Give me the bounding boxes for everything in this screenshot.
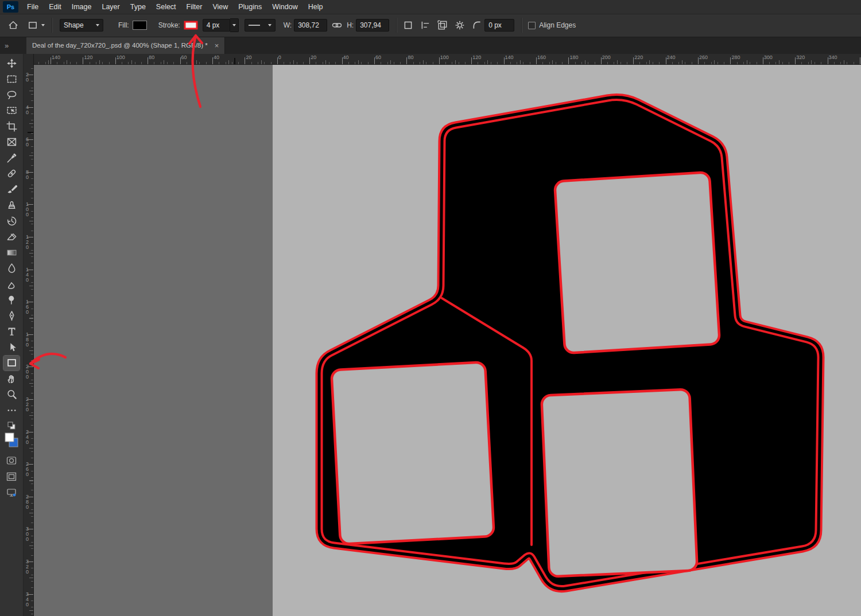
- menu-edit[interactable]: Edit: [44, 3, 67, 11]
- lasso-tool[interactable]: [3, 87, 20, 102]
- document-tab[interactable]: Deal of the day_720x720_.psd @ 400% (Sha…: [26, 37, 225, 54]
- dodge-tool[interactable]: [3, 293, 20, 307]
- corner-radius-field[interactable]: 0 px: [484, 19, 514, 32]
- tab-close-icon[interactable]: ×: [215, 41, 219, 50]
- horizontal-ruler[interactable]: 1401201008060402002040608010012014016018…: [23, 54, 861, 65]
- ruler-label: 320: [796, 54, 805, 60]
- home-icon[interactable]: [7, 18, 20, 32]
- eyedropper-tool[interactable]: [3, 150, 20, 165]
- fill-label: Fill:: [118, 21, 129, 29]
- ruler-label: 240: [667, 54, 676, 60]
- zoom-tool[interactable]: [3, 387, 20, 402]
- link-dimensions-icon[interactable]: [331, 18, 343, 32]
- brush-tool[interactable]: [3, 182, 20, 197]
- fill-swatch[interactable]: [133, 21, 147, 30]
- chevron-down-icon: [232, 24, 236, 26]
- object-selection-tool[interactable]: [3, 103, 20, 118]
- dodge-icon: [6, 294, 17, 305]
- stroke-width-field[interactable]: 4 px: [203, 19, 230, 32]
- ruler-label: 60: [375, 54, 381, 60]
- crop-tool[interactable]: [3, 119, 20, 134]
- shape-height-field[interactable]: 307,94: [356, 19, 389, 32]
- eraser-tool[interactable]: [3, 229, 20, 244]
- edit-toolbar-tool[interactable]: [3, 403, 20, 418]
- ruler-label: 340: [829, 54, 837, 60]
- ruler-label: 1 2 0: [23, 235, 32, 250]
- ruler-label: 1 4 0: [23, 267, 32, 283]
- lasso-icon: [6, 89, 17, 100]
- screen-mode-icon[interactable]: [0, 471, 23, 482]
- ruler-label: 3 2 0: [23, 559, 32, 575]
- path-arrangement-icon[interactable]: [436, 18, 449, 32]
- stroke-width-dropdown[interactable]: [230, 18, 239, 32]
- ruler-label: 200: [602, 54, 611, 60]
- history-brush-tool[interactable]: [3, 213, 20, 228]
- ruler-label: 280: [731, 54, 740, 60]
- rectangle-tool[interactable]: [3, 356, 20, 371]
- stroke-type-select[interactable]: [245, 19, 276, 32]
- tool-mode-select[interactable]: Shape: [60, 19, 103, 32]
- ruler-label: 160: [537, 54, 546, 60]
- eraser-icon: [6, 231, 17, 242]
- menu-layer[interactable]: Layer: [96, 3, 125, 11]
- spot-healing-brush-tool[interactable]: [3, 166, 20, 181]
- rectangular-marquee-tool[interactable]: [3, 72, 20, 87]
- menu-window[interactable]: Window: [267, 3, 302, 11]
- panel-collapse-chevrons[interactable]: »: [5, 41, 17, 50]
- menu-help[interactable]: Help: [303, 3, 328, 11]
- ruler-label: 20: [311, 54, 316, 60]
- default-colors-icon[interactable]: [0, 421, 23, 430]
- bottom-left-cube-face: [331, 362, 494, 544]
- ruler-label: 0: [278, 54, 281, 60]
- foreground-color-swatch[interactable]: [5, 433, 14, 442]
- tool-preset-dropdown[interactable]: [28, 20, 45, 30]
- photoshop-logo-icon[interactable]: Ps: [3, 1, 18, 13]
- rectangular-marquee-icon: [6, 73, 17, 84]
- menu-bar: Ps File Edit Image Layer Type Select Fil…: [0, 0, 861, 14]
- move-tool[interactable]: [3, 56, 20, 71]
- menu-view[interactable]: View: [207, 3, 233, 11]
- smudge-tool[interactable]: [3, 276, 20, 291]
- pen-tool[interactable]: [3, 308, 20, 323]
- zoom-icon: [6, 389, 17, 400]
- hand-icon: [6, 373, 17, 384]
- history-brush-icon: [6, 216, 17, 227]
- path-selection-tool[interactable]: [3, 340, 20, 354]
- menu-file[interactable]: File: [22, 3, 44, 11]
- quick-mask-icon[interactable]: [0, 455, 23, 466]
- ruler-label: 2 2 0: [23, 397, 32, 412]
- tool-bar: [0, 54, 24, 616]
- path-alignment-icon[interactable]: [419, 18, 432, 32]
- ruler-origin-box[interactable]: [23, 54, 34, 64]
- hand-tool[interactable]: [3, 371, 20, 386]
- ruler-label: 1 6 0: [23, 299, 32, 315]
- type-tool[interactable]: [3, 324, 20, 339]
- corner-radius-icon: [471, 18, 483, 32]
- shape-settings-gear-icon[interactable]: [453, 18, 466, 32]
- canvas[interactable]: [33, 64, 861, 616]
- menu-type[interactable]: Type: [125, 3, 151, 11]
- frame-tool[interactable]: [3, 135, 20, 150]
- move-icon: [6, 58, 17, 69]
- menu-filter[interactable]: Filter: [181, 3, 208, 11]
- menu-select[interactable]: Select: [151, 3, 181, 11]
- rectangle-tool-preview-icon: [28, 20, 38, 30]
- ruler-label: 1 0 0: [23, 202, 32, 217]
- align-edges-checkbox[interactable]: [528, 22, 536, 29]
- blur-tool[interactable]: [3, 261, 20, 276]
- brush-icon: [6, 184, 17, 195]
- path-operations-icon[interactable]: [402, 18, 414, 32]
- ruler-label: 20: [246, 54, 251, 60]
- device-preview-icon[interactable]: [0, 488, 23, 498]
- ruler-label: 1 8 0: [23, 332, 32, 348]
- vertical-ruler[interactable]: 2 04 06 08 01 0 01 2 01 4 01 6 01 8 02 0…: [23, 64, 34, 616]
- ruler-label: 6 0: [23, 137, 32, 147]
- gradient-tool[interactable]: [3, 245, 20, 260]
- clone-stamp-tool[interactable]: [3, 198, 20, 213]
- shape-width-field[interactable]: 308,72: [294, 19, 327, 32]
- stroke-swatch[interactable]: [184, 21, 198, 30]
- foreground-background-colors[interactable]: [0, 431, 23, 450]
- object-selection-icon: [6, 105, 17, 116]
- menu-image[interactable]: Image: [67, 3, 97, 11]
- menu-plugins[interactable]: Plugins: [233, 3, 267, 11]
